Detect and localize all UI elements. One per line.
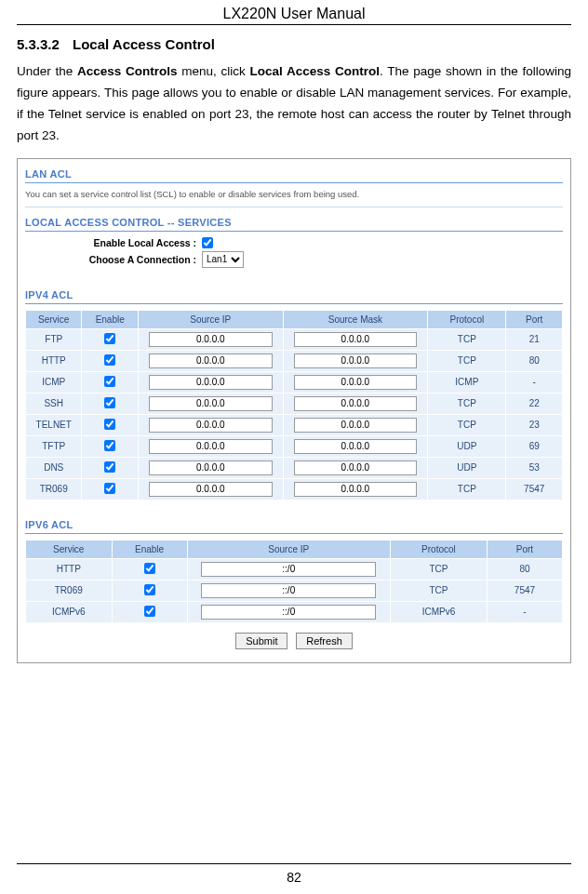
divider xyxy=(25,182,563,183)
para-pre: Under the xyxy=(17,64,77,78)
enable-checkbox[interactable] xyxy=(144,563,155,574)
source-ip-input[interactable] xyxy=(149,375,273,390)
enable-checkbox[interactable] xyxy=(104,440,115,451)
enable-checkbox[interactable] xyxy=(104,333,115,344)
cell-protocol: TCP xyxy=(428,329,505,350)
cell-protocol: TCP xyxy=(428,351,505,371)
source-ip-input[interactable] xyxy=(149,439,273,454)
cell-service: HTTP xyxy=(26,559,112,580)
source-ip-input[interactable] xyxy=(149,332,273,347)
enable-checkbox[interactable] xyxy=(104,419,115,430)
table-row: FTPTCP21 xyxy=(26,329,562,350)
divider xyxy=(25,207,563,207)
source-ip-input[interactable] xyxy=(149,396,273,411)
col-protocol: Protocol xyxy=(428,311,505,328)
source-ip-input[interactable] xyxy=(149,418,273,433)
cell-service: SSH xyxy=(26,394,81,414)
services-heading: LOCAL ACCESS CONTROL -- SERVICES xyxy=(25,217,563,228)
cell-protocol: TCP xyxy=(391,559,487,580)
cell-service: HTTP xyxy=(26,351,81,371)
cell-port: 7547 xyxy=(506,479,562,500)
section-heading: 5.3.3.2 Local Access Control xyxy=(17,36,571,52)
enable-checkbox[interactable] xyxy=(144,584,155,595)
source-mask-input[interactable] xyxy=(294,354,418,368)
cell-protocol: UDP xyxy=(428,436,505,457)
enable-local-access-checkbox[interactable] xyxy=(202,237,213,248)
cell-service: TR069 xyxy=(26,479,81,500)
para-mid1: menu, click xyxy=(178,64,250,78)
enable-checkbox[interactable] xyxy=(104,483,115,494)
refresh-button[interactable]: Refresh xyxy=(296,633,353,649)
enable-checkbox[interactable] xyxy=(104,397,115,408)
choose-connection-label: Choose A Connection : xyxy=(25,254,202,265)
lan-acl-desc: You can set a service control list (SCL)… xyxy=(25,189,563,199)
enable-checkbox[interactable] xyxy=(144,606,155,617)
cell-service: TELNET xyxy=(26,415,81,435)
col-source-ip: Source IP xyxy=(188,540,390,558)
source-mask-input[interactable] xyxy=(294,418,418,433)
source-ip-input[interactable] xyxy=(149,354,273,368)
table-row: ICMPv6ICMPv6- xyxy=(26,602,562,622)
ipv6-acl-table: Service Enable Source IP Protocol Port H… xyxy=(25,540,563,623)
table-row: TR069TCP7547 xyxy=(26,580,562,601)
cell-service: DNS xyxy=(26,458,81,478)
col-port: Port xyxy=(506,311,562,328)
source-mask-input[interactable] xyxy=(294,460,418,475)
cell-port: 80 xyxy=(506,351,562,371)
cell-service: TFTP xyxy=(26,436,81,457)
source-ip-input[interactable] xyxy=(149,460,273,475)
col-protocol: Protocol xyxy=(391,540,487,558)
ipv4-acl-heading: IPV4 ACL xyxy=(25,289,563,300)
lan-acl-heading: LAN ACL xyxy=(25,168,563,180)
col-port: Port xyxy=(488,540,562,558)
table-row: TFTPUDP69 xyxy=(26,436,562,457)
page-number: 82 xyxy=(17,863,571,885)
ipv6-acl-heading: IPV6 ACL xyxy=(25,519,563,530)
cell-service: FTP xyxy=(26,329,81,350)
divider xyxy=(25,231,563,232)
source-ip-input[interactable] xyxy=(201,562,376,577)
cell-service: ICMP xyxy=(26,372,81,393)
choose-connection-select[interactable]: Lan1 xyxy=(202,251,244,268)
col-enable: Enable xyxy=(82,311,137,328)
table-row: TELNETTCP23 xyxy=(26,415,562,435)
table-row: TR069TCP7547 xyxy=(26,479,562,500)
source-ip-input[interactable] xyxy=(201,605,376,620)
cell-protocol: ICMPv6 xyxy=(391,602,487,622)
col-service: Service xyxy=(26,311,81,328)
col-service: Service xyxy=(26,540,112,558)
source-ip-input[interactable] xyxy=(201,583,376,598)
ipv4-acl-table: Service Enable Source IP Source Mask Pro… xyxy=(25,310,563,500)
source-mask-input[interactable] xyxy=(294,482,418,497)
source-mask-input[interactable] xyxy=(294,396,418,411)
para-b1: Access Controls xyxy=(77,64,178,78)
cell-service: TR069 xyxy=(26,580,112,601)
cell-protocol: ICMP xyxy=(428,372,505,393)
para-b2: Local Access Control xyxy=(249,64,380,78)
cell-service: ICMPv6 xyxy=(26,602,112,622)
source-mask-input[interactable] xyxy=(294,375,418,390)
cell-port: 53 xyxy=(506,458,562,478)
enable-local-access-label: Enable Local Access : xyxy=(25,237,202,248)
cell-protocol: UDP xyxy=(428,458,505,478)
cell-protocol: TCP xyxy=(391,580,487,601)
source-ip-input[interactable] xyxy=(149,482,273,497)
enable-checkbox[interactable] xyxy=(104,461,115,473)
cell-port: 69 xyxy=(506,436,562,457)
submit-button[interactable]: Submit xyxy=(235,633,287,649)
table-row: HTTPTCP80 xyxy=(26,351,562,371)
col-source-ip: Source IP xyxy=(139,311,283,328)
enable-checkbox[interactable] xyxy=(104,376,115,387)
cell-protocol: TCP xyxy=(428,479,505,500)
table-row: ICMPICMP- xyxy=(26,372,562,393)
cell-port: 23 xyxy=(506,415,562,435)
source-mask-input[interactable] xyxy=(294,439,418,454)
divider xyxy=(25,303,563,304)
source-mask-input[interactable] xyxy=(294,332,418,347)
enable-checkbox[interactable] xyxy=(104,354,115,366)
cell-protocol: TCP xyxy=(428,394,505,414)
cell-port: 80 xyxy=(488,559,562,580)
col-enable: Enable xyxy=(113,540,187,558)
figure-screenshot: LAN ACL You can set a service control li… xyxy=(17,158,571,663)
col-source-mask: Source Mask xyxy=(284,311,428,328)
